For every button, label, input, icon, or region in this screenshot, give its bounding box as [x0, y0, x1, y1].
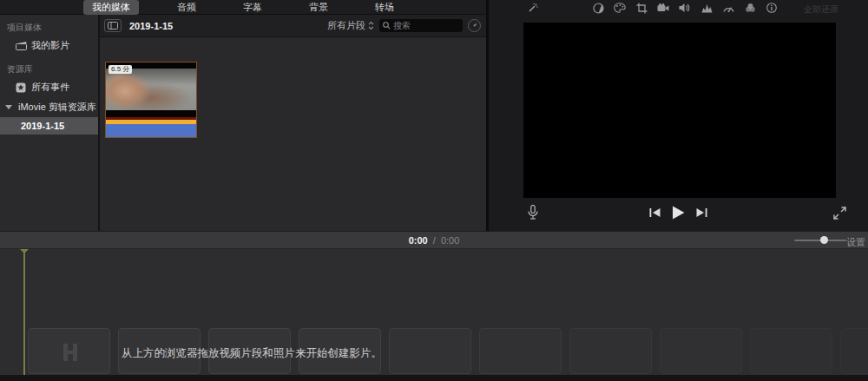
- disclosure-triangle-icon[interactable]: [5, 105, 12, 109]
- playhead[interactable]: [23, 249, 25, 375]
- viewer-panel: 全部还原: [486, 0, 868, 231]
- sidebar-section-project-media: 项目媒体: [0, 19, 98, 36]
- tab-audio[interactable]: 音频: [168, 0, 205, 15]
- media-tab-bar: 我的媒体 音频 字幕 背景 转场: [0, 0, 486, 15]
- color-palette-icon[interactable]: [613, 2, 627, 14]
- skip-to-end-button[interactable]: [696, 207, 707, 218]
- sidebar: 项目媒体 我的影片 资源库 所有事件 iMovie 剪辑资源库: [0, 15, 100, 231]
- clip-appearance-button[interactable]: [468, 19, 481, 32]
- browser-header: 2019-1-15 所有片段: [100, 15, 486, 37]
- timeline-placeholder-box: [28, 328, 110, 374]
- media-browser-panel: 我的媒体 音频 字幕 背景 转场 项目媒体 我的影片 资源库: [0, 0, 486, 231]
- timeline-zoom-slider[interactable]: [794, 240, 846, 241]
- timeline-placeholder-box: [569, 328, 652, 374]
- viewer-controls: [489, 201, 868, 227]
- search-input[interactable]: [393, 21, 454, 30]
- current-time: 0:00: [409, 235, 428, 246]
- browser-content: 6.5 分: [100, 38, 486, 231]
- sidebar-item-label: iMovie 剪辑资源库: [18, 101, 96, 114]
- star-icon: [16, 82, 27, 92]
- time-separator: /: [433, 235, 436, 246]
- tab-titles[interactable]: 字幕: [234, 0, 271, 15]
- noise-equalizer-icon[interactable]: [700, 2, 713, 14]
- sidebar-item-my-movie[interactable]: 我的影片: [0, 36, 98, 56]
- clip-stripe-blue: [106, 124, 196, 137]
- sidebar-item-event-2019-1-15[interactable]: 2019-1-15: [0, 117, 98, 135]
- viewer-video-area[interactable]: [523, 23, 836, 198]
- timeline-placeholder-box: [840, 328, 868, 374]
- clip-browser: 2019-1-15 所有片段: [100, 15, 486, 231]
- timeline-placeholder-box: [389, 328, 471, 374]
- sidebar-toggle-button[interactable]: [104, 19, 122, 32]
- timeline-settings-button[interactable]: 设置: [846, 236, 865, 249]
- filters-icon[interactable]: [743, 2, 757, 14]
- timeline-placeholder-box: [750, 328, 832, 374]
- stabilization-camera-icon[interactable]: [656, 2, 670, 14]
- volume-icon[interactable]: [678, 2, 692, 14]
- imovie-window: 我的媒体 音频 字幕 背景 转场 项目媒体 我的影片 资源库: [0, 0, 868, 381]
- crop-icon[interactable]: [635, 2, 648, 14]
- skip-to-start-button[interactable]: [649, 207, 661, 218]
- sidebar-item-all-events[interactable]: 所有事件: [0, 77, 98, 97]
- clip-filter-label: 所有片段: [327, 19, 365, 32]
- enhance-wand-icon[interactable]: [525, 2, 539, 14]
- sidebar-item-imovie-library[interactable]: iMovie 剪辑资源库: [0, 97, 98, 117]
- clip-letterbox: [106, 110, 196, 117]
- timeline[interactable]: 从上方的浏览器拖放视频片段和照片来开始创建影片。: [0, 249, 868, 375]
- filmstrip-placeholder-icon: [63, 344, 77, 361]
- search-field[interactable]: [379, 19, 463, 32]
- speed-icon[interactable]: [721, 2, 735, 14]
- timeline-empty-message: 从上方的浏览器拖放视频片段和照片来开始创建影片。: [122, 346, 382, 361]
- sidebar-section-libraries: 资源库: [0, 61, 98, 77]
- sidebar-item-label: 所有事件: [31, 81, 69, 94]
- tab-backgrounds[interactable]: 背景: [300, 0, 337, 15]
- event-title: 2019-1-15: [129, 21, 173, 31]
- search-icon: [383, 22, 391, 30]
- video-clip-thumbnail[interactable]: 6.5 分: [106, 62, 196, 137]
- play-button[interactable]: [672, 206, 685, 220]
- fullscreen-icon[interactable]: [833, 207, 846, 220]
- adjust-icons-group: [591, 2, 779, 14]
- sidebar-item-label: 2019-1-15: [21, 121, 64, 131]
- tab-transitions[interactable]: 转场: [366, 0, 403, 15]
- total-time: 0:00: [441, 235, 459, 246]
- color-balance-icon[interactable]: [591, 2, 605, 14]
- viewer-toolbar: 全部还原: [489, 0, 868, 16]
- reset-all-button[interactable]: 全部还原: [804, 3, 838, 16]
- timeline-placeholder-box: [660, 328, 742, 374]
- clip-frame-image: [106, 69, 196, 110]
- tab-my-media[interactable]: 我的媒体: [83, 0, 139, 15]
- window-bottom-edge: [0, 375, 868, 381]
- info-icon[interactable]: [765, 2, 779, 14]
- clip-filter-popup[interactable]: 所有片段: [327, 19, 374, 32]
- timeline-placeholder-box: [479, 328, 562, 374]
- zoom-slider-thumb[interactable]: [820, 236, 828, 244]
- chevron-up-down-icon: [368, 21, 374, 30]
- timeline-toolbar: 0:00 / 0:00 设置: [0, 231, 868, 249]
- sidebar-item-label: 我的影片: [31, 39, 69, 52]
- clapperboard-icon: [16, 41, 27, 50]
- time-display: 0:00 / 0:00: [0, 235, 868, 246]
- clip-duration-badge: 6.5 分: [108, 65, 132, 74]
